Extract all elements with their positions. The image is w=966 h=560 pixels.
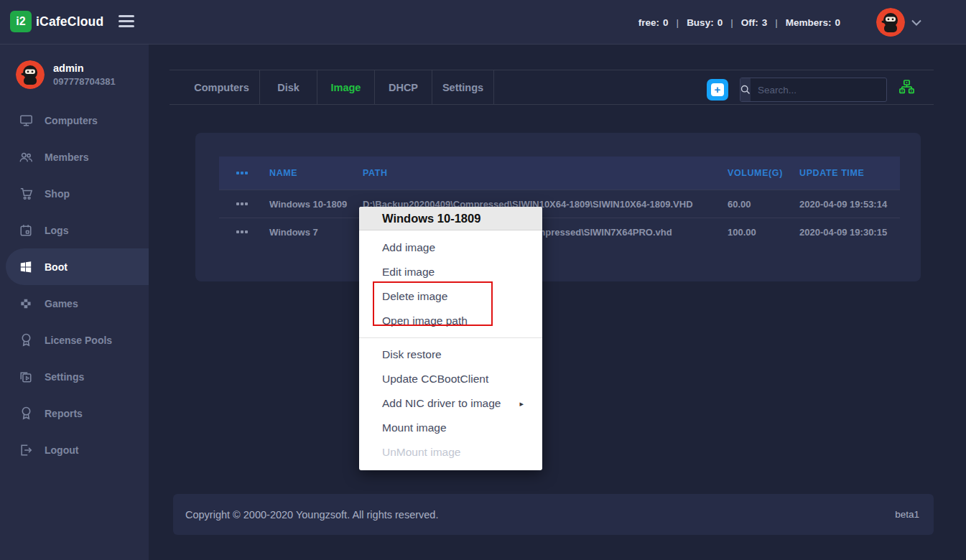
separator: | <box>775 17 778 28</box>
magnifier-icon <box>740 78 751 101</box>
image-name: Windows 7 <box>262 227 356 238</box>
app-logo: i2 iCafeCloud <box>10 11 103 32</box>
column-header-path: PATH <box>356 168 720 178</box>
stat-label: free: <box>638 17 659 28</box>
plus-icon: + <box>711 83 724 96</box>
sidebar-item-label: Boot <box>45 261 68 273</box>
tab-disk[interactable]: Disk <box>260 70 317 104</box>
image-name: Windows 10-1809 <box>262 199 356 210</box>
menu-divider <box>359 337 542 338</box>
profile-id: 097778704381 <box>53 76 116 87</box>
sidebar-item-members[interactable]: Members <box>0 139 149 175</box>
logout-icon <box>19 443 33 457</box>
stat-value: 3 <box>762 17 768 28</box>
search-box <box>740 78 887 102</box>
separator: | <box>677 17 679 28</box>
menu-item-label: Add NIC driver to image <box>382 397 501 409</box>
add-image-button[interactable]: + <box>707 79 728 101</box>
logo-icon: i2 <box>10 11 32 32</box>
image-volume: 60.00 <box>720 199 792 210</box>
version-badge: beta1 <box>895 509 919 520</box>
separator: | <box>730 17 733 28</box>
image-volume: 100.00 <box>720 227 792 238</box>
monitor-icon <box>19 113 33 128</box>
sidebar-item-boot[interactable]: Boot <box>6 248 149 285</box>
menu-item-unmount-image[interactable]: UnMount image <box>359 440 542 465</box>
image-update-time: 2020-04-09 19:30:15 <box>792 227 900 238</box>
row-actions-icon[interactable] <box>236 230 262 233</box>
column-header-volume: VOLUME(G) <box>720 168 792 178</box>
badge-icon <box>19 406 33 421</box>
sidebar-item-label: Members <box>45 151 88 163</box>
footer: Copyright © 2000-2020 Youngzsoft. All ri… <box>173 494 934 535</box>
sidebar-item-label: Reports <box>45 408 83 419</box>
stat-label: Members: <box>786 17 832 28</box>
tab-image[interactable]: Image <box>317 70 375 104</box>
menu-item-disk-restore[interactable]: Disk restore <box>359 342 542 367</box>
table-row: Windows 7 D:\Backup20200409\SIWIN7X64PRO… <box>219 218 900 246</box>
windows-icon <box>19 260 33 274</box>
menu-item-mount-image[interactable]: Mount image <box>359 416 542 440</box>
copyright-text: Copyright © 2000-2020 Youngzsoft. All ri… <box>185 509 438 521</box>
stat-label: Off: <box>741 17 758 28</box>
stat-value: 0 <box>663 17 669 28</box>
column-header-update-time: UPDATE TIME <box>792 168 900 178</box>
sidebar-item-label: Games <box>45 298 78 309</box>
sidebar-item-games[interactable]: Games <box>0 285 149 322</box>
tab-strip: Computers Disk Image DHCP Settings + <box>169 70 934 105</box>
hamburger-icon[interactable] <box>119 15 134 30</box>
calendar-icon <box>19 223 33 238</box>
cart-icon <box>19 187 33 201</box>
sidebar: admin 097778704381 Computers Members Sho… <box>0 45 149 560</box>
logo-text: iCafeCloud <box>36 14 103 29</box>
ninja-avatar-icon <box>876 8 905 37</box>
profile-card: admin 097778704381 <box>16 60 116 89</box>
sidebar-nav: Computers Members Shop Logs Boot <box>0 102 149 468</box>
sidebar-item-shop[interactable]: Shop <box>0 175 149 212</box>
people-icon <box>19 150 33 164</box>
layers-icon <box>19 370 33 384</box>
table-row: Windows 10-1809 D:\Backup20200409\Compre… <box>219 190 900 218</box>
menu-item-delete-image[interactable]: Delete image <box>359 284 542 309</box>
sidebar-item-label: Shop <box>45 188 70 200</box>
ninja-avatar-icon <box>16 60 45 89</box>
table-header-row: NAME PATH VOLUME(G) UPDATE TIME <box>219 157 900 190</box>
sidebar-item-label: License Pools <box>45 335 112 346</box>
sidebar-item-computers[interactable]: Computers <box>0 102 149 139</box>
ellipsis-icon[interactable] <box>236 172 262 174</box>
sitemap-icon[interactable] <box>899 80 914 97</box>
tab-dhcp[interactable]: DHCP <box>375 70 432 104</box>
stat-value: 0 <box>717 17 723 28</box>
sidebar-item-label: Logout <box>45 444 78 456</box>
stat-label: Busy: <box>687 17 714 28</box>
menu-item-open-image-path[interactable]: Open image path <box>359 309 542 333</box>
gamepad-icon <box>19 297 33 311</box>
search-input[interactable] <box>751 78 887 101</box>
sidebar-item-label: Settings <box>45 371 84 383</box>
tab-computers[interactable]: Computers <box>184 70 260 104</box>
page: i2 iCafeCloud free:0 | Busy:0 | Off:3 | … <box>0 0 966 560</box>
stat-value: 0 <box>835 17 840 28</box>
context-menu: Windows 10-1809 Add image Edit image Del… <box>359 207 542 470</box>
menu-item-update-ccbootclient[interactable]: Update CCBootClient <box>359 367 542 391</box>
sidebar-item-settings[interactable]: Settings <box>0 358 149 395</box>
sidebar-item-label: Computers <box>45 115 98 126</box>
sidebar-item-reports[interactable]: Reports <box>0 395 149 431</box>
user-menu-button[interactable] <box>876 8 921 37</box>
menu-item-edit-image[interactable]: Edit image <box>359 260 542 284</box>
sidebar-item-logs[interactable]: Logs <box>0 212 149 248</box>
column-header-name: NAME <box>262 168 356 178</box>
status-counters: free:0 | Busy:0 | Off:3 | Members:0 <box>638 0 840 45</box>
menu-item-add-image[interactable]: Add image <box>359 235 542 260</box>
row-actions-icon[interactable] <box>236 202 262 205</box>
image-table-card: NAME PATH VOLUME(G) UPDATE TIME Windows … <box>195 133 921 281</box>
medal-icon <box>19 333 33 347</box>
chevron-down-icon <box>911 19 921 26</box>
menu-item-add-nic-driver[interactable]: Add NIC driver to image ▸ <box>359 391 542 416</box>
profile-name: admin <box>53 62 116 74</box>
sidebar-item-license-pools[interactable]: License Pools <box>0 322 149 358</box>
tab-settings[interactable]: Settings <box>432 70 494 104</box>
sidebar-item-label: Logs <box>45 225 68 236</box>
sidebar-item-logout[interactable]: Logout <box>0 431 149 468</box>
caret-right-icon: ▸ <box>519 391 524 416</box>
